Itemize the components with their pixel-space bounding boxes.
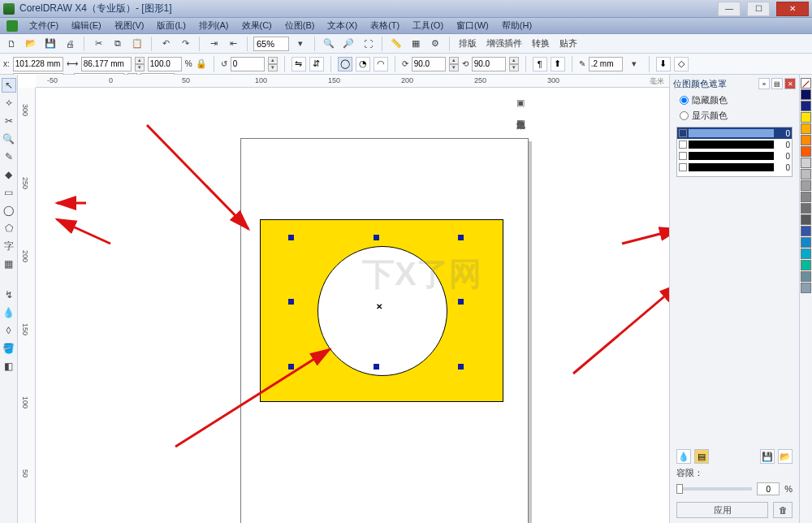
- rotation-field[interactable]: [231, 57, 265, 71]
- freehand-tool-icon[interactable]: ✎: [2, 149, 16, 164]
- mirror-v-icon[interactable]: ⇵: [309, 57, 324, 71]
- spin-w[interactable]: ▲▼: [135, 57, 145, 71]
- zoom-in-icon[interactable]: 🔍: [321, 36, 337, 52]
- fullscreen-icon[interactable]: ⛶: [360, 36, 376, 52]
- outline-tool-icon[interactable]: ◊: [2, 323, 16, 338]
- palette-swatch[interactable]: [801, 180, 811, 191]
- selection-handle[interactable]: [374, 235, 379, 240]
- x-field[interactable]: [13, 57, 63, 71]
- palette-swatch[interactable]: [801, 226, 811, 236]
- tolerance-value[interactable]: [757, 482, 780, 495]
- open-icon[interactable]: 📂: [23, 36, 39, 52]
- palette-swatch[interactable]: [801, 260, 811, 270]
- docker-options-icon[interactable]: ▤: [771, 78, 783, 89]
- palette-swatch[interactable]: [801, 135, 811, 145]
- palette-swatch[interactable]: [801, 271, 811, 282]
- palette-swatch[interactable]: [801, 192, 811, 202]
- typeset-label[interactable]: 排版: [456, 36, 480, 51]
- docker-close-icon[interactable]: ✕: [784, 78, 796, 89]
- mask-row[interactable]: 0: [677, 128, 792, 139]
- palette-swatch[interactable]: [801, 214, 811, 225]
- print-icon[interactable]: 🖨: [62, 36, 78, 52]
- menu-effects[interactable]: 效果(C): [237, 18, 277, 33]
- menu-file[interactable]: 文件(F): [24, 18, 63, 33]
- mirror-h-icon[interactable]: ⇋: [292, 57, 306, 71]
- zoom-out-icon[interactable]: 🔎: [340, 36, 356, 52]
- minimize-button[interactable]: —: [718, 2, 741, 16]
- palette-swatch[interactable]: [801, 158, 811, 168]
- blend-tool-icon[interactable]: ↯: [2, 287, 16, 302]
- maximize-button[interactable]: ☐: [747, 2, 770, 16]
- mask-row[interactable]: 0: [677, 150, 792, 162]
- w-field[interactable]: [81, 57, 132, 71]
- selection-handle[interactable]: [288, 299, 294, 305]
- vertical-ruler[interactable]: 300 250 200 150 100 50 0: [18, 88, 36, 523]
- save-icon[interactable]: 💾: [42, 36, 58, 52]
- crop-tool-icon[interactable]: ✂: [2, 114, 16, 128]
- apply-button[interactable]: 应用: [676, 502, 768, 518]
- hide-colors-radio[interactable]: 隐藏颜色: [680, 94, 796, 106]
- paste-icon[interactable]: 📋: [129, 36, 145, 52]
- menu-table[interactable]: 表格(T): [365, 18, 404, 33]
- menu-window[interactable]: 窗口(W): [451, 18, 494, 33]
- wrap-icon[interactable]: ¶: [533, 57, 547, 71]
- ellipse-tool-icon[interactable]: ◯: [2, 203, 16, 218]
- import-icon[interactable]: ⇥: [205, 36, 222, 52]
- new-doc-icon[interactable]: 🗋: [3, 36, 19, 52]
- docker-tab-strip[interactable]: ▣ 位图颜色遮罩: [515, 75, 526, 523]
- fill-tool-icon[interactable]: 🪣: [2, 341, 16, 356]
- arc-mode-icon[interactable]: ◠: [374, 57, 388, 71]
- pick-tool-icon[interactable]: ↖: [2, 78, 16, 93]
- selection-handle[interactable]: [374, 364, 379, 370]
- selection-handle[interactable]: [458, 299, 464, 305]
- mask-row[interactable]: 0: [677, 162, 792, 173]
- palette-swatch[interactable]: [801, 146, 811, 157]
- edit-color-icon[interactable]: ▤: [694, 449, 709, 464]
- menu-help[interactable]: 帮助(H): [497, 18, 537, 33]
- menu-edit[interactable]: 编辑(E): [67, 18, 106, 33]
- selection-handle[interactable]: [288, 364, 294, 370]
- plugin-label[interactable]: 增强插件: [483, 36, 525, 51]
- options-icon[interactable]: ⚙: [427, 36, 443, 52]
- palette-swatch[interactable]: [801, 203, 811, 214]
- selection-handle[interactable]: [288, 235, 294, 240]
- export-icon[interactable]: ⇤: [225, 36, 241, 52]
- menu-tools[interactable]: 工具(O): [408, 18, 448, 33]
- interactive-fill-icon[interactable]: ◧: [2, 359, 16, 374]
- palette-swatch[interactable]: [801, 169, 811, 179]
- pie-mode-icon[interactable]: ◔: [356, 57, 370, 71]
- close-button[interactable]: ✕: [776, 2, 809, 16]
- palette-swatch[interactable]: [801, 283, 811, 293]
- zoom-dropdown-icon[interactable]: ▾: [292, 36, 309, 52]
- redo-icon[interactable]: ↷: [177, 36, 193, 52]
- outline-dropdown-icon[interactable]: ▾: [626, 56, 642, 72]
- menu-text[interactable]: 文本(X): [322, 18, 362, 33]
- show-colors-radio[interactable]: 显示颜色: [680, 110, 796, 122]
- palette-swatch[interactable]: [801, 123, 811, 134]
- open-mask-icon[interactable]: 📂: [778, 449, 793, 464]
- spin-rot[interactable]: ▲▼: [268, 57, 278, 71]
- ruler-icon[interactable]: 📏: [388, 36, 404, 52]
- convert-label[interactable]: 转换: [529, 36, 553, 51]
- color-mask-list[interactable]: 0 0 0 0: [676, 127, 793, 177]
- tolerance-slider[interactable]: [676, 487, 752, 491]
- zoom-level[interactable]: [253, 37, 289, 51]
- grid-icon[interactable]: ▦: [408, 36, 424, 52]
- menu-arrange[interactable]: 排列(A): [194, 18, 234, 33]
- delete-mask-icon[interactable]: 🗑: [773, 502, 793, 518]
- ellipse-mode-icon[interactable]: ◯: [338, 57, 352, 71]
- menu-view[interactable]: 视图(V): [110, 18, 149, 33]
- table-tool-icon[interactable]: ▦: [2, 257, 16, 271]
- selection-handle[interactable]: [458, 364, 464, 370]
- save-mask-icon[interactable]: 💾: [760, 449, 775, 464]
- cut-icon[interactable]: ✂: [90, 36, 106, 52]
- zoom-tool-icon[interactable]: 🔍: [2, 132, 16, 146]
- palette-swatch[interactable]: [801, 101, 811, 111]
- text-tool-icon[interactable]: 字: [2, 239, 16, 253]
- mask-check-icon[interactable]: [679, 129, 687, 137]
- docker-collapse-icon[interactable]: »: [758, 78, 770, 89]
- palette-swatch[interactable]: [801, 237, 811, 248]
- outline-width-field[interactable]: [589, 57, 623, 71]
- menu-bitmaps[interactable]: 位图(B): [280, 18, 320, 33]
- menu-layout[interactable]: 版面(L): [152, 18, 190, 33]
